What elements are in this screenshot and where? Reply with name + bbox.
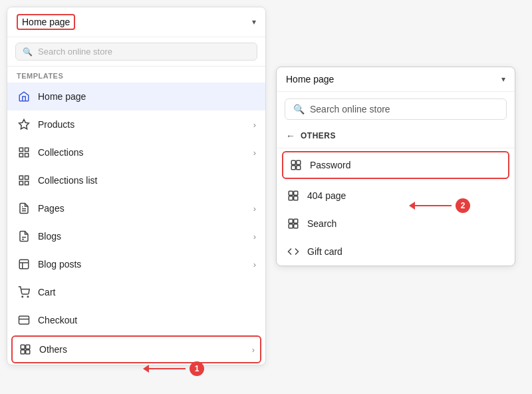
svg-rect-6 (25, 176, 29, 179)
products-arrow: › (253, 120, 256, 130)
right-nav-label-gift-card: Gift card (307, 246, 342, 257)
right-nav-list: Password 404 page Search Gift card (277, 151, 515, 266)
home-icon (17, 89, 31, 104)
svg-rect-28 (294, 191, 298, 195)
svg-rect-21 (21, 350, 25, 354)
nav-item-cart[interactable]: Cart (7, 278, 265, 306)
left-search-bar-row: 🔍 Search online store (7, 37, 265, 67)
svg-rect-30 (294, 196, 298, 200)
blog-posts-icon (17, 257, 31, 272)
left-nav-list: Home page Products › Collections › Colle… (7, 83, 265, 365)
nav-label-collections: Collections (38, 147, 253, 158)
nav-item-blogs[interactable]: Blogs › (7, 222, 265, 250)
cart-icon (17, 285, 31, 299)
left-panel-chevron[interactable]: ▾ (252, 17, 256, 27)
collections-icon (17, 145, 31, 160)
svg-rect-3 (19, 154, 23, 157)
right-search-bar[interactable]: 🔍 Search online store (285, 98, 507, 120)
nav-item-blog-posts[interactable]: Blog posts › (7, 250, 265, 278)
nav-item-pages[interactable]: Pages › (7, 194, 265, 222)
nav-label-checkout: Checkout (38, 315, 256, 325)
right-search-icon: 🔍 (293, 104, 305, 114)
others-icon (18, 342, 33, 357)
nav-item-checkout[interactable]: Checkout (7, 306, 265, 334)
nav-label-products: Products (38, 119, 253, 130)
blogs-arrow: › (253, 232, 256, 242)
arrow-head-left-1 (143, 365, 149, 373)
svg-rect-23 (291, 160, 295, 164)
svg-rect-8 (25, 182, 29, 185)
arrow-body-1 (149, 368, 186, 369)
nav-item-home-page[interactable]: Home page (7, 83, 265, 110)
svg-rect-26 (297, 166, 301, 170)
right-nav-item-gift-card[interactable]: Gift card (277, 238, 515, 266)
right-panel: Home page ▾ 🔍 Search online store ← OTHE… (276, 67, 515, 266)
svg-rect-32 (294, 219, 298, 223)
annotation-2: 2 (409, 198, 470, 213)
right-nav-item-password[interactable]: Password (282, 151, 509, 179)
nav-item-collections[interactable]: Collections › (7, 138, 265, 166)
svg-point-16 (22, 296, 23, 297)
svg-point-17 (27, 296, 29, 297)
right-panel-title: Home page (286, 74, 334, 85)
nav-label-others: Others (39, 344, 252, 355)
products-icon (17, 117, 31, 132)
collections-arrow: › (253, 148, 256, 158)
svg-rect-33 (289, 224, 293, 228)
svg-rect-19 (21, 345, 25, 349)
nav-item-products[interactable]: Products › (7, 110, 265, 138)
templates-section-label: TEMPLATES (7, 67, 265, 83)
svg-rect-7 (19, 182, 23, 185)
nav-label-pages: Pages (38, 203, 253, 214)
right-nav-item-404[interactable]: 404 page (277, 182, 515, 210)
left-search-placeholder: Search online store (38, 47, 112, 57)
arrow-line-1 (143, 365, 186, 373)
arrow-line-2 (409, 202, 452, 210)
nav-item-collections-list[interactable]: Collections list (7, 166, 265, 194)
right-panel-chevron[interactable]: ▾ (501, 75, 505, 84)
badge-2: 2 (456, 198, 470, 213)
404-icon (286, 188, 301, 203)
arrow-body-2 (415, 205, 452, 206)
nav-label-home-page: Home page (38, 91, 256, 102)
nav-label-collections-list: Collections list (38, 175, 256, 186)
svg-rect-34 (294, 224, 298, 228)
nav-item-others[interactable]: Others › (11, 335, 261, 363)
password-icon (289, 158, 303, 172)
svg-rect-2 (25, 148, 29, 151)
nav-label-blogs: Blogs (38, 231, 253, 242)
svg-rect-4 (25, 154, 29, 157)
blogs-icon (17, 229, 31, 244)
collections-list-icon (17, 173, 31, 188)
svg-rect-22 (26, 350, 30, 354)
svg-rect-13 (19, 260, 29, 269)
others-back-row[interactable]: ← OTHERS (277, 126, 515, 148)
others-arrow: › (252, 345, 255, 355)
right-nav-item-search[interactable]: Search (277, 210, 515, 238)
right-nav-label-404: 404 page (307, 190, 346, 201)
svg-rect-18 (19, 316, 29, 324)
pages-arrow: › (253, 204, 256, 214)
svg-rect-20 (26, 345, 30, 349)
right-nav-label-password: Password (310, 160, 350, 170)
left-panel: Home page ▾ 🔍 Search online store TEMPLA… (7, 7, 266, 365)
right-nav-label-search: Search (307, 218, 336, 229)
right-search-placeholder: Search online store (310, 104, 390, 114)
svg-rect-5 (19, 176, 23, 179)
svg-rect-1 (19, 148, 23, 151)
gift-card-icon (286, 244, 301, 259)
annotation-1: 1 (143, 361, 204, 376)
blog-posts-arrow: › (253, 260, 256, 270)
others-section-label: OTHERS (301, 131, 336, 140)
svg-rect-31 (289, 219, 293, 223)
search-icon: 🔍 (23, 47, 33, 57)
svg-rect-27 (289, 191, 293, 195)
svg-rect-29 (289, 196, 293, 200)
left-panel-header: Home page ▾ (7, 7, 265, 37)
svg-rect-25 (291, 166, 295, 170)
pages-icon (17, 201, 31, 216)
right-panel-header: Home page ▾ (277, 67, 515, 92)
arrow-head-left-2 (409, 202, 415, 210)
left-search-bar[interactable]: 🔍 Search online store (15, 43, 257, 61)
left-panel-title: Home page (17, 14, 75, 30)
